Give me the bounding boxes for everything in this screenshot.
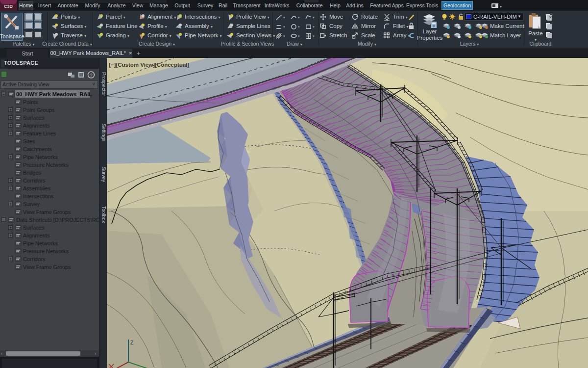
- svg-text:[−][Custom View][Conceptual]: [−][Custom View][Conceptual]: [109, 62, 189, 68]
- svg-text:Z: Z: [130, 340, 134, 345]
- svg-text:?: ?: [90, 73, 92, 78]
